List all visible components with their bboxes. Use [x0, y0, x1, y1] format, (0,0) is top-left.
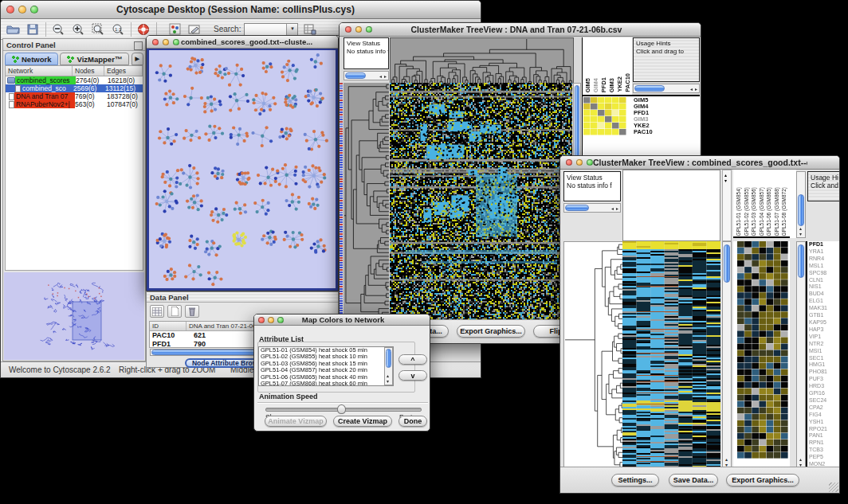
gene-label[interactable]: PHO81: [807, 369, 839, 376]
gene-label[interactable]: KAP95: [807, 319, 839, 326]
zoom-button[interactable]: [173, 39, 179, 45]
zoom-button[interactable]: [277, 317, 284, 323]
tv1-titlebar[interactable]: ClusterMaker TreeView : DNA and Tran 07-…: [340, 23, 701, 37]
col-id[interactable]: ID: [150, 322, 186, 330]
tab-overflow-arrow[interactable]: ▶: [132, 53, 143, 65]
tv2-vscrollbar[interactable]: ▴ ▾: [722, 241, 732, 469]
minimize-button[interactable]: [163, 39, 169, 45]
column-label[interactable]: GIM4: [592, 78, 600, 92]
dialog-titlebar[interactable]: Map Colors to Network: [254, 315, 430, 326]
tv1-heatmap[interactable]: [390, 83, 572, 322]
col-nodes[interactable]: Nodes: [73, 66, 104, 76]
animate-vizmap-button[interactable]: Animate Vizmap: [265, 416, 327, 427]
open-folder-icon[interactable]: [5, 22, 21, 37]
tv2-row-dendrogram[interactable]: [563, 241, 624, 471]
gene-label[interactable]: TCB3: [807, 447, 839, 454]
close-button[interactable]: [258, 317, 265, 323]
minimize-button[interactable]: [268, 317, 274, 323]
gene-label[interactable]: YRA1: [807, 248, 839, 256]
export-graphics-button[interactable]: Export Graphics...: [457, 325, 525, 338]
delete-attribute-icon[interactable]: [185, 305, 199, 318]
tv1-column-dendrogram[interactable]: [390, 37, 574, 84]
column-label[interactable]: GPL51-01 (GSM854): [736, 187, 744, 236]
animation-speed-slider[interactable]: [265, 408, 422, 412]
column-label[interactable]: GPL51-03 (GSM856): [751, 187, 759, 236]
gene-label[interactable]: NTR2: [807, 341, 839, 348]
gene-label[interactable]: MSI1: [807, 348, 839, 355]
tv2-titlebar[interactable]: ClusterMaker TreeView : combined_scores_…: [560, 156, 839, 170]
minimize-button[interactable]: [576, 159, 583, 166]
help-lifering-icon[interactable]: [135, 22, 151, 37]
network-graph-canvas[interactable]: [149, 50, 337, 291]
column-label[interactable]: GPL51-08 (GSM872): [781, 187, 789, 236]
zoom-button[interactable]: [30, 6, 38, 14]
close-button[interactable]: [6, 6, 14, 14]
attribute-list-vscrollbar[interactable]: ▴ ▾: [384, 347, 393, 385]
attribute-item[interactable]: GPL51-07 (GSM868) heat shock 60 min: [259, 381, 393, 386]
column-label[interactable]: GPL51-06 (GSM865): [766, 187, 774, 236]
gene-label[interactable]: SPC98: [807, 270, 839, 277]
network-row[interactable]: DNA and Tran 07 769(0) 183728(0): [6, 92, 143, 100]
zoom-fit-icon[interactable]: 1:1: [110, 22, 126, 37]
gene-label[interactable]: GPI16: [807, 390, 839, 397]
tv1-hscrollbar-right[interactable]: ◂ ▸: [633, 84, 700, 93]
column-label[interactable]: GIM5: [584, 78, 592, 92]
gene-label[interactable]: VIP1: [807, 334, 839, 341]
gene-label[interactable]: BUD4: [807, 291, 839, 298]
gene-label[interactable]: MAK31: [807, 305, 839, 312]
gene-label[interactable]: RNR4: [807, 256, 839, 263]
gene-label[interactable]: MSL1: [807, 263, 839, 270]
slider-thumb[interactable]: [337, 404, 346, 414]
move-down-button[interactable]: v: [398, 370, 427, 381]
tv1-zoom-heatmap[interactable]: [583, 97, 626, 135]
close-button[interactable]: [345, 26, 351, 33]
gene-label[interactable]: CLN1: [807, 277, 839, 284]
gene-label[interactable]: PAN1: [807, 432, 839, 440]
column-label[interactable]: GPL51-07 (GSM868): [774, 187, 782, 236]
gene-label[interactable]: HMG1: [807, 361, 839, 369]
gene-label[interactable]: HRD3: [807, 383, 839, 390]
zoom-selected-icon[interactable]: [90, 22, 106, 37]
gene-label[interactable]: CPA2: [807, 404, 839, 412]
tv2-hscrollbar[interactable]: ◂ ▸: [563, 203, 621, 213]
gene-label[interactable]: YSH1: [807, 419, 839, 426]
export-graphics-button[interactable]: Export Graphics...: [726, 474, 799, 486]
import-table-icon[interactable]: [302, 22, 318, 37]
tv2-zoom-heatmap[interactable]: [737, 241, 788, 459]
column-label[interactable]: PFD1: [600, 77, 608, 92]
column-label[interactable]: YKE2: [616, 76, 624, 92]
tv2-header-scroll-corner[interactable]: ▴ ▾: [722, 170, 732, 241]
tab-network[interactable]: VizMapper™: [60, 53, 129, 65]
gene-label[interactable]: RPN1: [807, 440, 839, 447]
resize-grip[interactable]: [829, 483, 838, 492]
tv2-zoom-header-vscrollbar[interactable]: ▴ ▾: [796, 171, 806, 238]
network-row[interactable]: combined_sco 2569(6) 13112(15): [6, 84, 143, 92]
gene-label[interactable]: NIS1: [807, 283, 839, 291]
tv1-row-dendrogram[interactable]: [344, 83, 389, 322]
net1-titlebar[interactable]: combined_scores_good.txt--cluste...: [147, 36, 338, 49]
gene-label[interactable]: FIG4: [807, 412, 839, 419]
zoom-in-icon[interactable]: [70, 22, 86, 37]
gene-label[interactable]: SEC24: [807, 397, 839, 404]
gene-label[interactable]: PEP5: [807, 454, 839, 461]
gene-label[interactable]: PFD1: [807, 241, 839, 248]
tab-network[interactable]: Network: [5, 53, 58, 65]
tv1-hscrollbar-left[interactable]: ◂ ▸: [344, 71, 389, 80]
close-button[interactable]: [566, 159, 572, 166]
minimize-button[interactable]: [355, 26, 362, 33]
move-up-button[interactable]: ^: [398, 354, 427, 365]
gene-label[interactable]: SEC1: [807, 355, 839, 362]
float-panel-icon[interactable]: [134, 41, 143, 50]
gene-label[interactable]: ELG1: [807, 298, 839, 305]
settings-button[interactable]: Settings...: [611, 474, 659, 486]
save-data-button[interactable]: Save Data...: [669, 474, 718, 486]
main-titlebar[interactable]: Cytoscape Desktop (Session Name: collins…: [1, 1, 481, 19]
new-attribute-icon[interactable]: [167, 305, 182, 318]
zoom-button[interactable]: [587, 159, 593, 166]
network-overview-thumbnail[interactable]: [4, 272, 144, 360]
save-icon[interactable]: [25, 22, 41, 37]
done-button[interactable]: Done: [398, 416, 427, 427]
tv2-zoom-vscrollbar[interactable]: ▴ ▾: [796, 241, 806, 469]
col-edges[interactable]: Edges: [104, 66, 143, 76]
tv2-heatmap[interactable]: [622, 241, 720, 469]
